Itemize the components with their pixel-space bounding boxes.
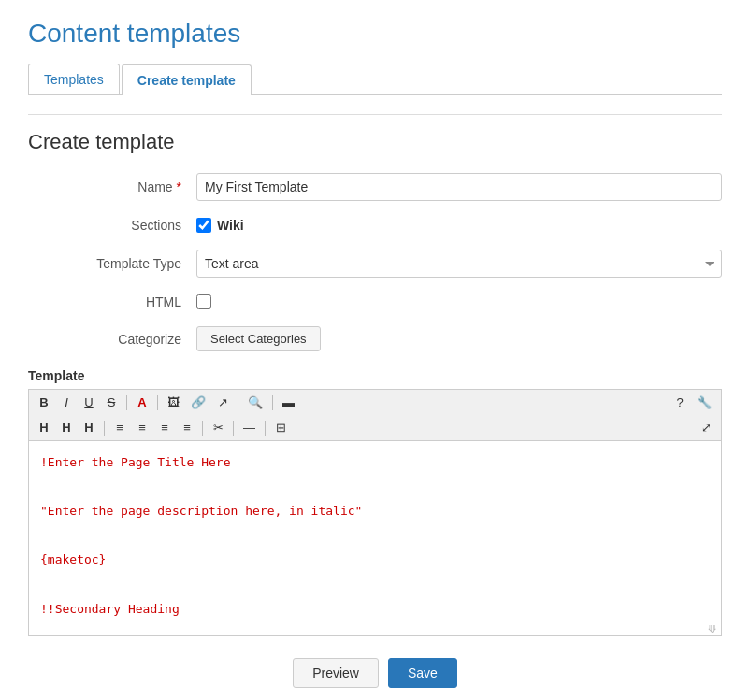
html-label: HTML xyxy=(28,294,196,309)
search-button[interactable]: 🔍 xyxy=(244,393,267,411)
editor-line-1: !Enter the Page Title Here xyxy=(40,452,710,473)
editor-body[interactable]: !Enter the Page Title Here "Enter the pa… xyxy=(28,440,722,636)
toolbar2-right-group: ⤢ xyxy=(697,419,715,436)
toolbar-sep-7 xyxy=(233,421,234,436)
editor-line-7: !!Secondary Heading xyxy=(40,599,710,620)
indent-button[interactable]: ≡ xyxy=(178,419,196,436)
sections-wiki-group: Wiki xyxy=(196,218,244,233)
toolbar-sep-3 xyxy=(238,395,238,410)
wiki-label: Wiki xyxy=(217,218,244,233)
italic-button[interactable]: I xyxy=(57,393,76,411)
name-label: Name * xyxy=(28,179,196,194)
categorize-row: Categorize Select Categories xyxy=(28,326,722,351)
tab-templates[interactable]: Templates xyxy=(28,64,120,94)
h2-button[interactable]: H xyxy=(57,419,76,436)
table-button[interactable]: ⊞ xyxy=(271,419,290,436)
toolbar-right-group: ? 🔧 xyxy=(671,393,715,411)
h3-button[interactable]: H xyxy=(79,419,98,436)
template-type-row: Template Type Text area File Image xyxy=(28,250,722,278)
toolbar-sep-1 xyxy=(126,395,127,410)
html-checkbox-group xyxy=(196,294,211,309)
settings-button[interactable]: 🔧 xyxy=(693,393,715,411)
html-checkbox[interactable] xyxy=(196,294,211,309)
template-section: Template B I U S A 🖼 🔗 ↗ 🔍 ▬ ? 🔧 H H H ≡… xyxy=(28,368,722,636)
editor-toolbar-1: B I U S A 🖼 🔗 ↗ 🔍 ▬ ? 🔧 xyxy=(28,389,722,415)
categorize-label: Categorize xyxy=(28,332,196,347)
bold-button[interactable]: B xyxy=(35,393,53,411)
tab-create-template[interactable]: Create template xyxy=(122,64,252,95)
fullscreen-button[interactable]: ⤢ xyxy=(697,419,715,436)
text-color-button[interactable]: A xyxy=(133,393,151,411)
link-button[interactable]: 🔗 xyxy=(187,393,209,411)
template-type-label: Template Type xyxy=(28,256,196,271)
resize-handle[interactable]: ⟱ xyxy=(708,621,719,633)
save-button[interactable]: Save xyxy=(388,658,457,688)
editor-line-4 xyxy=(40,525,710,546)
template-type-select[interactable]: Text area File Image xyxy=(196,250,722,278)
toolbar-sep-4 xyxy=(272,395,273,410)
template-label: Template xyxy=(28,368,722,383)
unordered-list-button[interactable]: ≡ xyxy=(133,419,151,436)
align-button[interactable]: ≡ xyxy=(110,419,129,436)
html-row: HTML xyxy=(28,294,722,309)
toolbar-sep-8 xyxy=(265,421,266,436)
em-dash-button[interactable]: — xyxy=(239,419,259,436)
editor-line-2 xyxy=(40,477,710,497)
external-link-button[interactable]: ↗ xyxy=(213,393,232,411)
h1-button[interactable]: H xyxy=(35,419,53,436)
toolbar-sep-6 xyxy=(202,421,203,436)
image-button[interactable]: 🖼 xyxy=(164,393,183,411)
editor-line-5: {maketoc} xyxy=(40,550,710,570)
sections-row: Sections Wiki xyxy=(28,218,722,233)
tabs-bar: Templates Create template xyxy=(28,64,722,95)
strikethrough-button[interactable]: S xyxy=(102,393,121,411)
ordered-list-button[interactable]: ≡ xyxy=(155,419,174,436)
select-categories-button[interactable]: Select Categories xyxy=(196,326,321,351)
name-input[interactable] xyxy=(196,173,722,201)
name-row: Name * xyxy=(28,173,722,201)
form-actions: Preview Save xyxy=(28,658,722,688)
cut-button[interactable]: ✂ xyxy=(209,419,227,436)
preview-button[interactable]: Preview xyxy=(293,658,379,688)
template-type-select-wrapper: Text area File Image xyxy=(196,250,722,278)
form-heading: Create template xyxy=(28,130,722,154)
name-required: * xyxy=(177,179,181,194)
page-title: Content templates xyxy=(28,19,722,49)
help-button[interactable]: ? xyxy=(671,393,689,411)
wiki-checkbox[interactable] xyxy=(196,218,211,233)
editor-line-6 xyxy=(40,574,710,594)
toolbar-sep-2 xyxy=(157,395,158,410)
editor-toolbar-2: H H H ≡ ≡ ≡ ≡ ✂ — ⊞ ⤢ xyxy=(28,415,722,440)
underline-button[interactable]: U xyxy=(79,393,98,411)
sections-label: Sections xyxy=(28,218,196,233)
horizontal-rule-button[interactable]: ▬ xyxy=(279,393,298,411)
toolbar-sep-5 xyxy=(104,421,105,436)
editor-line-3: "Enter the page description here, in ita… xyxy=(40,501,710,521)
